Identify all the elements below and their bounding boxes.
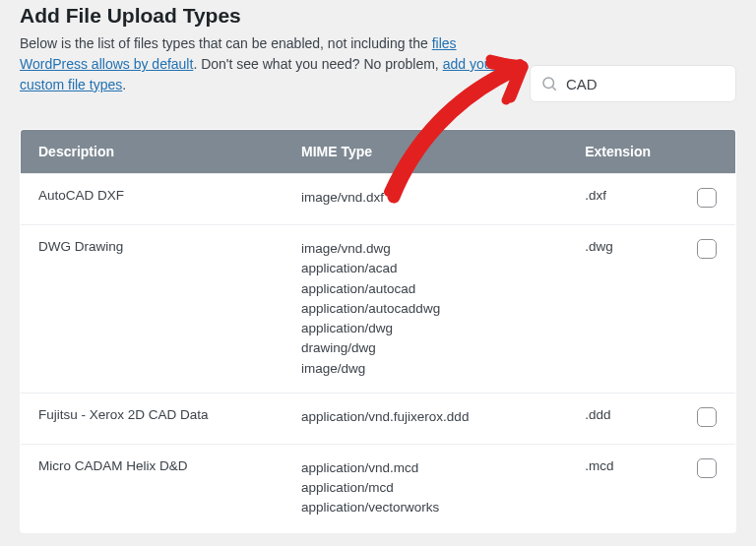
mime-value: application/acad	[301, 259, 549, 278]
enable-checkbox[interactable]	[697, 458, 717, 478]
col-extension: Extension	[567, 130, 678, 174]
cell-mime: application/vnd.mcdapplication/mcdapplic…	[284, 444, 567, 532]
cell-mime: image/vnd.dwgapplication/acadapplication…	[284, 225, 567, 394]
mime-value: application/vnd.mcd	[301, 458, 549, 478]
file-types-table: Description MIME Type Extension AutoCAD …	[20, 129, 736, 533]
mime-value: image/vnd.dxf	[301, 188, 549, 208]
search-box[interactable]	[530, 65, 736, 102]
col-mime: MIME Type	[284, 130, 567, 174]
intro-text: Below is the list of files types that ca…	[20, 33, 512, 95]
table-row: AutoCAD DXFimage/vnd.dxf.dxf	[21, 174, 736, 225]
table-row: Micro CADAM Helix D&Dapplication/vnd.mcd…	[21, 444, 736, 532]
col-checkbox	[678, 130, 735, 174]
svg-line-1	[552, 87, 555, 90]
mime-value: application/mcd	[301, 478, 549, 498]
cell-checkbox	[678, 393, 735, 444]
mime-value: application/vectorworks	[301, 498, 549, 517]
search-icon	[540, 75, 558, 92]
enable-checkbox[interactable]	[697, 239, 717, 259]
intro-part1: Below is the list of files types that ca…	[20, 35, 432, 51]
enable-checkbox[interactable]	[697, 407, 717, 427]
cell-checkbox	[678, 225, 735, 394]
cell-extension: .ddd	[567, 393, 678, 444]
cell-description: Micro CADAM Helix D&D	[21, 444, 284, 532]
enable-checkbox[interactable]	[697, 188, 717, 208]
intro-part3: .	[122, 77, 126, 92]
cell-checkbox	[678, 444, 735, 532]
cell-description: AutoCAD DXF	[21, 174, 284, 225]
cell-mime: image/vnd.dxf	[284, 174, 567, 225]
intro-part2: . Don't see what you need? No problem,	[193, 56, 442, 72]
table-row: Fujitsu - Xerox 2D CAD Dataapplication/v…	[21, 393, 736, 444]
mime-value: application/autocad	[301, 279, 549, 299]
table-row: DWG Drawingimage/vnd.dwgapplication/acad…	[21, 225, 736, 394]
col-description: Description	[21, 130, 284, 174]
cell-extension: .dwg	[567, 225, 678, 394]
cell-extension: .dxf	[567, 174, 678, 225]
mime-value: application/dwg	[301, 319, 549, 338]
cell-checkbox	[678, 174, 735, 225]
mime-value: drawing/dwg	[301, 338, 549, 358]
search-input[interactable]	[566, 76, 725, 92]
mime-value: image/vnd.dwg	[301, 239, 549, 259]
mime-value: application/vnd.fujixerox.ddd	[301, 407, 549, 427]
mime-value: image/dwg	[301, 359, 549, 379]
cell-mime: application/vnd.fujixerox.ddd	[284, 393, 567, 444]
header-area: Add File Upload Types Below is the list …	[20, 4, 736, 95]
mime-value: application/autocaddwg	[301, 299, 549, 319]
page-title: Add File Upload Types	[20, 4, 736, 28]
cell-extension: .mcd	[567, 444, 678, 532]
cell-description: DWG Drawing	[21, 225, 284, 394]
svg-point-0	[543, 78, 554, 89]
cell-description: Fujitsu - Xerox 2D CAD Data	[21, 393, 284, 444]
